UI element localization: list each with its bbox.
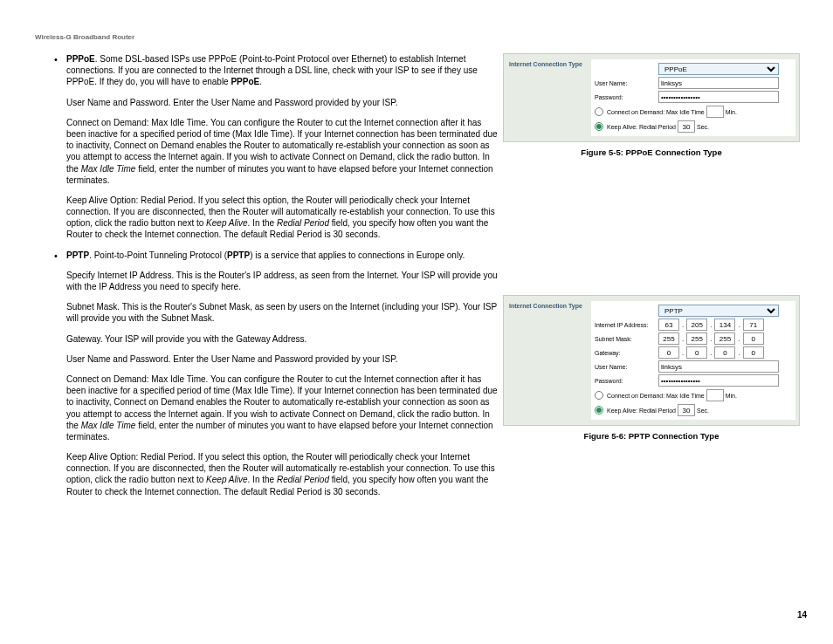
sec-label: Sec. [697, 124, 709, 130]
gw-1[interactable] [658, 346, 679, 359]
keep-radio[interactable] [595, 122, 603, 131]
cod-label: Connect on Demand: Max Idle Time [607, 393, 705, 399]
user-input[interactable] [658, 77, 779, 89]
figure-5-6: Internet Connection Type PPTP Internet I… [503, 295, 800, 441]
fig6-side-label: Internet Connection Type [509, 301, 586, 309]
cod-input-pptp[interactable] [706, 389, 724, 401]
min-label: Min. [726, 109, 737, 115]
pass-input-pptp[interactable] [658, 374, 779, 387]
text: . In the [248, 475, 277, 484]
subnet-1[interactable] [658, 332, 679, 345]
text: . Point-to-Point Tunneling Protocol ( [89, 250, 227, 260]
gw-3[interactable] [714, 346, 735, 359]
cod-input[interactable] [706, 106, 724, 118]
subnet-3[interactable] [714, 332, 735, 345]
ip-1[interactable] [658, 319, 679, 331]
max-idle-italic: Max Idle Time [81, 164, 136, 174]
page-number: 14 [797, 610, 807, 620]
bullet-pptp: PPTP. Point-to-Point Tunneling Protocol … [35, 250, 498, 497]
pptp-gateway: Gateway. Your ISP will provide you with … [66, 333, 498, 345]
redial-italic: Redial Period [277, 475, 329, 484]
subnet-4[interactable] [743, 332, 764, 345]
subnet-2[interactable] [686, 332, 707, 345]
ip-label: Internet IP Address: [595, 322, 656, 328]
user-label: User Name: [595, 364, 656, 370]
redial-italic: Redial Period [277, 218, 329, 228]
pppoe-title-repeat: PPPoE [231, 77, 259, 86]
pptp-select[interactable]: PPTP [658, 305, 779, 317]
text: . In the [248, 218, 277, 228]
gw-4[interactable] [743, 346, 764, 359]
keep-alive-italic: Keep Alive [206, 218, 247, 228]
fig6-caption: Figure 5-6: PPTP Connection Type [503, 431, 800, 441]
ip-3[interactable] [714, 319, 735, 331]
gw-label: Gateway: [595, 350, 656, 356]
text: . [259, 77, 262, 86]
bullet-pppoe: PPPoE. Some DSL-based ISPs use PPPoE (Po… [35, 53, 498, 241]
user-input-pptp[interactable] [658, 360, 779, 373]
ip-4[interactable] [743, 319, 764, 331]
cod-radio-pptp[interactable] [595, 391, 603, 400]
user-label: User Name: [595, 80, 656, 86]
sec-label: Sec. [697, 408, 709, 414]
min-label: Min. [726, 393, 737, 399]
pass-input[interactable] [658, 91, 779, 103]
pppoe-intro: . Some DSL-based ISPs use PPPoE (Point-t… [66, 54, 478, 86]
max-idle-italic: Max Idle Time [81, 421, 136, 430]
ip-2[interactable] [686, 319, 707, 331]
keep-alive-italic: Keep Alive [206, 475, 247, 484]
keep-input[interactable] [678, 120, 695, 133]
pptp-user: User Name and Password. Enter the User N… [66, 353, 498, 365]
figure-5-5: Internet Connection Type PPPoE User Name… [503, 53, 800, 157]
keep-input-pptp[interactable] [678, 404, 695, 416]
subnet-label: Subnet Mask: [595, 336, 656, 342]
pptp-title-repeat: PPTP [227, 250, 250, 260]
pptp-subnet: Subnet Mask. This is the Router's Subnet… [66, 301, 498, 324]
cod-radio[interactable] [595, 107, 603, 116]
fig5-side-label: Internet Connection Type [509, 59, 586, 67]
pptp-title: PPTP [66, 250, 89, 260]
gw-2[interactable] [686, 346, 707, 359]
pppoe-user: User Name and Password. Enter the User N… [66, 97, 498, 108]
pppoe-title: PPPoE [66, 54, 95, 64]
fig5-caption: Figure 5-5: PPPoE Connection Type [503, 147, 800, 157]
cod-label: Connect on Demand: Max Idle Time [607, 109, 705, 115]
keep-label: Keep Alive: Redial Period [607, 408, 676, 414]
pass-label: Password: [595, 94, 656, 100]
body-text: PPPoE. Some DSL-based ISPs use PPPoE (Po… [35, 53, 498, 506]
pppoe-select[interactable]: PPPoE [658, 63, 779, 75]
keep-label: Keep Alive: Redial Period [607, 124, 676, 130]
text: ) is a service that applies to connectio… [250, 250, 465, 260]
pptp-ip: Specify Internet IP Address. This is the… [66, 270, 498, 292]
pass-label: Password: [595, 378, 656, 384]
page-header: Wireless-G Broadband Router [35, 33, 809, 41]
keep-radio-pptp[interactable] [595, 406, 603, 414]
